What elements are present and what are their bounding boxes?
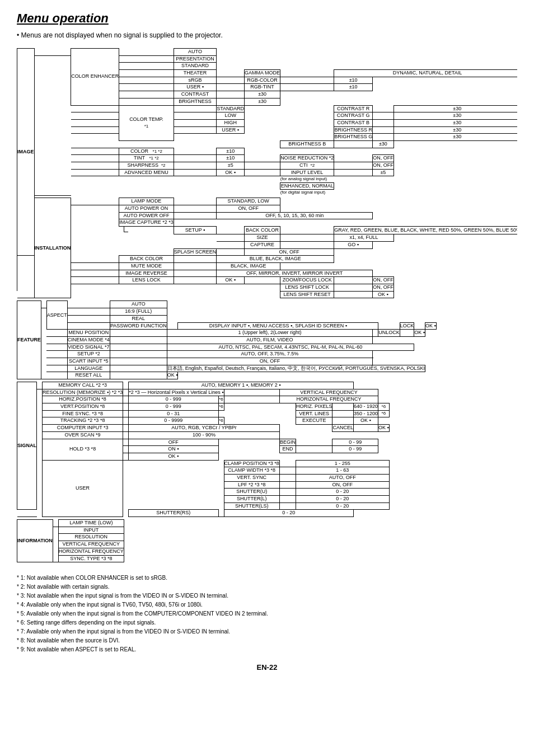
user-item: USER ▪ bbox=[174, 84, 217, 91]
tint-val: ±10 bbox=[217, 155, 245, 162]
inst-setup-row3: CAPTURE GO ▪ bbox=[17, 241, 518, 248]
rgb-color-val: ±10 bbox=[334, 77, 373, 84]
unlock-label: UNLOCK bbox=[378, 330, 400, 337]
footnote-8: * 8: Not available when the source is DV… bbox=[17, 636, 517, 645]
sig-user-clamp-row1: USER CLAMP POSITION *3 *8 1 - 255 bbox=[17, 460, 390, 467]
info-row-1: INFORMATION LAMP TIME (LOW) bbox=[17, 520, 125, 527]
back-color-label: BACK COLOR bbox=[119, 256, 174, 263]
lpf-label: LPF *2 *3 *8 bbox=[224, 481, 279, 489]
footnotes-section: * 1: Not available when COLOR ENHANCER i… bbox=[17, 574, 517, 654]
footnote-9: * 9: Not available when ASPECT is set to… bbox=[17, 645, 517, 654]
contrast-b-label: CONTRAST B bbox=[334, 119, 373, 126]
inst-lens-row1: LENS LOCK OK ▪ ZOOM/FOCUS LOCK ON, OFF bbox=[17, 277, 518, 284]
end-val: 0 - 99 bbox=[332, 446, 378, 453]
digital-note: (for digital signal input) bbox=[280, 190, 394, 196]
vert-sync-label: VERT. SYNC bbox=[224, 474, 279, 481]
feat-menu-pos-row: MENU POSITION 1 (Upper left), 2(Lower ri… bbox=[17, 330, 437, 337]
mute-values: BLACK, IMAGE bbox=[217, 263, 280, 270]
vert-val: 0 - 999 bbox=[129, 403, 218, 411]
installation-label: INSTALLATION bbox=[34, 198, 71, 298]
feat-row-2: 16:9 (FULL) bbox=[17, 308, 437, 316]
auto-power-on-val: ON, OFF bbox=[217, 205, 280, 213]
auto-power-on-label: AUTO POWER ON bbox=[119, 205, 174, 213]
over-scan-val: 100 - 90% bbox=[129, 431, 280, 439]
horiz-pixels-label: HORIZ. PIXELS bbox=[296, 403, 332, 411]
horiz-pixels-note: *6 bbox=[378, 403, 389, 411]
scart-label: SCART INPUT *5 bbox=[67, 358, 110, 365]
sig-overscan: OVER SCAN *9 100 - 90% bbox=[17, 431, 390, 439]
execute-val: OK ▪ bbox=[353, 417, 378, 425]
feat-scart-row: SCART INPUT *5 ON, OFF bbox=[17, 358, 437, 365]
input-level-val: ±5 bbox=[373, 169, 394, 176]
language-label: LANGUAGE bbox=[67, 365, 110, 372]
reset-val: OK ▪ bbox=[167, 372, 178, 379]
lock-label: LOCK bbox=[400, 322, 414, 330]
horizontal-freq-label: HORIZONTAL FREQUENCY bbox=[279, 396, 378, 403]
noise-values: ON, OFF bbox=[373, 155, 394, 162]
contrast-label: CONTRAST bbox=[174, 91, 217, 98]
lens-shift-values: ON, OFF bbox=[373, 284, 394, 292]
brightness-b-label: BRIGHTNESS B bbox=[280, 140, 334, 148]
horizontal-freq-info: HORIZONTAL FREQUENCY bbox=[58, 548, 124, 555]
srgb-item: sRGB bbox=[174, 77, 217, 84]
cr-val: ±30 bbox=[394, 105, 517, 112]
vert-lines-note: *6 bbox=[378, 410, 389, 417]
auto-item: AUTO bbox=[174, 49, 217, 56]
cg-val: ±30 bbox=[394, 112, 517, 120]
image-colortemp-row5: BRIGHTNESS G ±30 bbox=[17, 134, 518, 141]
ct-standard: STANDARD bbox=[217, 105, 245, 112]
brightness-val: ±30 bbox=[245, 98, 280, 105]
vert-position-label: VERT.POSITION *8 bbox=[43, 403, 123, 411]
aspect-label: ASPECT bbox=[46, 301, 67, 330]
diagram-table: IMAGE COLOR ENHANCER AUTO PRESENTATION S… bbox=[17, 48, 517, 298]
image-colortemp-row4: USER ▪ BRIGHTNESS R ±30 bbox=[17, 126, 518, 134]
capture-val: GO ▪ bbox=[334, 241, 373, 248]
resolution-info-label: RESOLUTION bbox=[58, 534, 124, 541]
menu-position-val: 1 (Upper left), 2(Lower right) bbox=[167, 330, 372, 337]
feat-reset-row: RESET ALL OK ▪ bbox=[17, 372, 437, 379]
cinema-values: AUTO, FILM, VIDEO bbox=[167, 336, 372, 344]
analog-note-row: (for analog signal input) bbox=[17, 176, 518, 182]
cti-values: ON, OFF bbox=[373, 162, 394, 170]
begin-label: BEGIN bbox=[279, 439, 296, 446]
standard-item: STANDARD bbox=[174, 63, 217, 70]
image-reverse-label: IMAGE REVERSE bbox=[119, 270, 174, 277]
image-row-1: IMAGE COLOR ENHANCER AUTO bbox=[17, 49, 518, 56]
end-label: END bbox=[279, 446, 296, 453]
input-label: INPUT bbox=[58, 527, 124, 534]
menu-position-label: MENU POSITION bbox=[67, 330, 110, 337]
inst-row-4: IMAGE CAPTURE *2 *3 bbox=[17, 219, 518, 227]
advanced-menu-label: ADVANCED MENU bbox=[119, 169, 174, 176]
feat-lang-row: LANGUAGE 日本語, English, Español, Deutsch,… bbox=[17, 365, 437, 372]
cancel-val: OK ▪ bbox=[378, 425, 389, 432]
info-table: INFORMATION LAMP TIME (LOW) INPUT RESOLU… bbox=[17, 519, 125, 562]
auto-power-off-val: OFF, 5, 10, 15, 30, 60 min bbox=[217, 212, 373, 219]
capture-label: CAPTURE bbox=[245, 241, 280, 248]
feat-row-1: FEATURE ASPECT AUTO bbox=[17, 301, 437, 308]
ok-adv: OK ▪ bbox=[217, 169, 245, 176]
inst-row-1: INSTALLATION LAMP MODE STANDARD, LOW bbox=[17, 198, 518, 205]
image-color-row: COLOR *1 *2 ±10 bbox=[17, 148, 518, 155]
contrast-r-label: CONTRAST R bbox=[334, 105, 373, 112]
footnote-2: * 2: Not available with certain signals. bbox=[17, 583, 517, 591]
sig-row-1: SIGNAL MEMORY CALL *2 *3 AUTO, MEMORY 1 … bbox=[17, 382, 390, 389]
enhanced-row: ENHANCED, NORMAL bbox=[17, 182, 518, 190]
begin-val: 0 - 99 bbox=[332, 439, 378, 446]
footnote-5: * 5: Available only when the input signa… bbox=[17, 609, 517, 618]
input-level-label: INPUT LEVEL bbox=[280, 169, 334, 176]
tracking-val: 0 - 9999 bbox=[129, 417, 218, 425]
enhanced-values: ENHANCED, NORMAL bbox=[280, 182, 334, 190]
ct-high: HIGH bbox=[217, 119, 245, 126]
digital-note-row: (for digital signal input) bbox=[17, 190, 518, 196]
inst-lens-row3: LENS SHIFT RESET OK ▪ bbox=[17, 291, 518, 298]
vert-lines-label: VERT. LINES bbox=[296, 410, 332, 417]
horiz-val: 0 - 999 bbox=[129, 396, 218, 403]
fine-sync-label: FINE SYNC. *3 *8 bbox=[43, 410, 123, 417]
bg-val: ±30 bbox=[394, 134, 517, 141]
back-color-setup-label: BACK COLOR bbox=[245, 227, 280, 234]
tracking-label: TRACKING *2 *3 *8 bbox=[43, 417, 123, 425]
shutter-rs-val: 0 - 20 bbox=[224, 510, 353, 517]
vertical-freq-label: VERTICAL FREQUENCY bbox=[279, 389, 378, 396]
color-enhancer-label: COLOR ENHANCER bbox=[71, 49, 119, 106]
color-label: COLOR *1 *2 bbox=[119, 148, 174, 155]
